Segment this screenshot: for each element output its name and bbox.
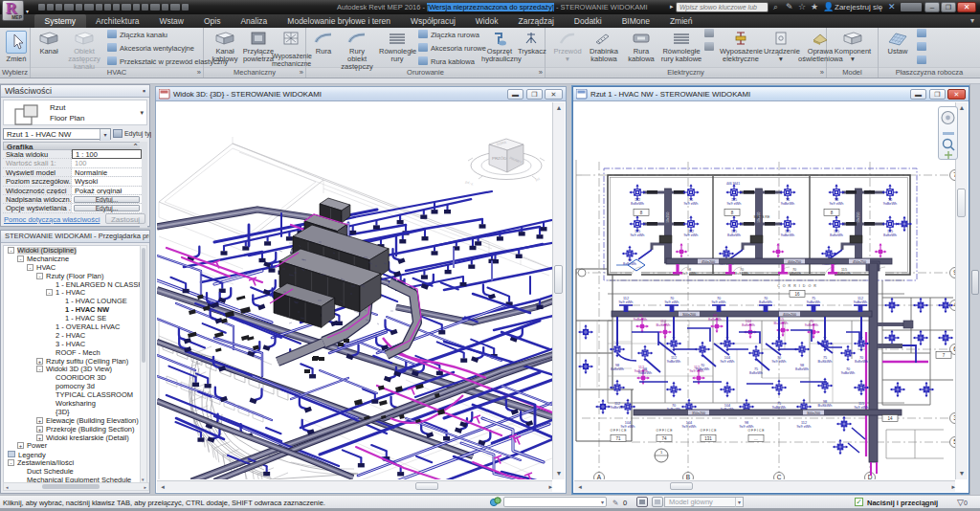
svg-text:300x200: 300x200 bbox=[807, 411, 820, 415]
svg-text:C: C bbox=[777, 474, 782, 479]
svg-text:9xBeWh: 9xBeWh bbox=[638, 371, 652, 375]
svg-text:450x250: 450x250 bbox=[853, 260, 866, 264]
svg-text:BuSkWh: BuSkWh bbox=[657, 323, 671, 327]
svg-text:8x8eWh: 8x8eWh bbox=[759, 300, 772, 304]
svg-text:8x8eWh: 8x8eWh bbox=[749, 371, 763, 375]
svg-text:B: B bbox=[686, 474, 690, 479]
svg-text:8x8eWh: 8x8eWh bbox=[631, 202, 644, 206]
svg-text:PRZÓD: PRZÓD bbox=[492, 156, 506, 161]
svg-text:9xBeWh: 9xBeWh bbox=[772, 406, 786, 410]
svg-text:BuSkWh: BuSkWh bbox=[774, 322, 789, 325]
svg-text:9x9 eWh: 9x9 eWh bbox=[682, 272, 697, 276]
svg-text:446 3641: 446 3641 bbox=[726, 182, 740, 186]
svg-text:8x8eWh: 8x8eWh bbox=[788, 272, 801, 276]
svg-text:9x9 eWh: 9x9 eWh bbox=[727, 202, 742, 206]
svg-text:9xBeWh: 9xBeWh bbox=[781, 202, 794, 206]
svg-text:BuSkWh: BuSkWh bbox=[818, 404, 833, 408]
svg-text:9x9 eWh: 9x9 eWh bbox=[631, 233, 645, 237]
svg-text:9xBeWh: 9xBeWh bbox=[807, 300, 820, 304]
svg-text:8x8eWh: 8x8eWh bbox=[883, 233, 897, 237]
svg-text:BuSkWh: BuSkWh bbox=[818, 360, 833, 364]
svg-text:9x9 eWh: 9x9 eWh bbox=[830, 202, 844, 206]
svg-text:9xBeWh: 9xBeWh bbox=[667, 360, 680, 364]
svg-text:9x9 eWh: 9x9 eWh bbox=[619, 300, 634, 304]
svg-text:400x250: 400x250 bbox=[788, 260, 801, 264]
svg-text:9xBeWh: 9xBeWh bbox=[634, 318, 647, 322]
svg-text:9x9 eWh: 9x9 eWh bbox=[797, 425, 812, 429]
svg-text:14: 14 bbox=[887, 416, 893, 421]
svg-text:71: 71 bbox=[615, 436, 621, 441]
svg-text:300x200: 300x200 bbox=[682, 313, 696, 317]
svg-text:9x9 eWh: 9x9 eWh bbox=[665, 300, 679, 304]
svg-text:400x200: 400x200 bbox=[783, 313, 796, 317]
svg-text:MA TS RE: MA TS RE bbox=[754, 215, 770, 219]
svg-text:131: 131 bbox=[704, 436, 712, 441]
svg-text:8x8eWh: 8x8eWh bbox=[708, 318, 722, 322]
svg-text:9xBeWh: 9xBeWh bbox=[696, 367, 709, 371]
svg-text:8x8eWh: 8x8eWh bbox=[830, 233, 843, 237]
svg-text:9x9 eWh: 9x9 eWh bbox=[621, 425, 635, 429]
svg-text:9xBeWh: 9xBeWh bbox=[805, 323, 818, 327]
svg-text:9xBeWh: 9xBeWh bbox=[883, 202, 897, 206]
svg-text:9x9 eWh: 9x9 eWh bbox=[712, 300, 726, 304]
svg-text:8x8eWh: 8x8eWh bbox=[837, 272, 851, 276]
svg-text:9x9 eWh: 9x9 eWh bbox=[855, 406, 869, 410]
svg-text:BuSkWh: BuSkWh bbox=[735, 272, 749, 276]
svg-text:74: 74 bbox=[661, 436, 667, 441]
svg-text:8x8eWh: 8x8eWh bbox=[855, 360, 868, 364]
svg-text:O F F I C E: O F F I C E bbox=[656, 429, 673, 433]
svg-text:9x9 eWh: 9x9 eWh bbox=[740, 425, 754, 429]
svg-text:9xBeWh: 9xBeWh bbox=[841, 371, 855, 375]
svg-text:16: 16 bbox=[794, 292, 800, 297]
svg-text:O F F I C E: O F F I C E bbox=[700, 429, 717, 433]
svg-text:8x8eWh: 8x8eWh bbox=[795, 367, 809, 371]
svg-text:450x200: 450x200 bbox=[702, 260, 715, 264]
svg-text:9xBeWh: 9xBeWh bbox=[611, 406, 624, 410]
svg-text:9x9 eWh: 9x9 eWh bbox=[684, 202, 699, 206]
svg-text:A: A bbox=[597, 474, 602, 479]
svg-text:8x8eWh: 8x8eWh bbox=[727, 233, 741, 237]
svg-text:9x9 eWh: 9x9 eWh bbox=[682, 425, 697, 429]
svg-text:9xBeWh: 9xBeWh bbox=[854, 300, 867, 304]
svg-text:9x9 eWh: 9x9 eWh bbox=[684, 233, 699, 237]
svg-text:9x9 eWh: 9x9 eWh bbox=[721, 360, 735, 364]
svg-text:...: ... bbox=[754, 436, 758, 441]
svg-text:9x9 eWh: 9x9 eWh bbox=[772, 360, 787, 364]
svg-text:8x8eWh: 8x8eWh bbox=[611, 367, 624, 371]
svg-text:O F F I C E: O F F I C E bbox=[610, 429, 627, 433]
svg-text:C O R R I D O R: C O R R I D O R bbox=[777, 284, 817, 288]
svg-text:9xBeWh: 9xBeWh bbox=[781, 233, 794, 237]
svg-text:8x8eWh: 8x8eWh bbox=[742, 323, 755, 327]
svg-text:350x200: 350x200 bbox=[692, 411, 705, 415]
svg-text:O F F I C E: O F F I C E bbox=[747, 429, 765, 433]
